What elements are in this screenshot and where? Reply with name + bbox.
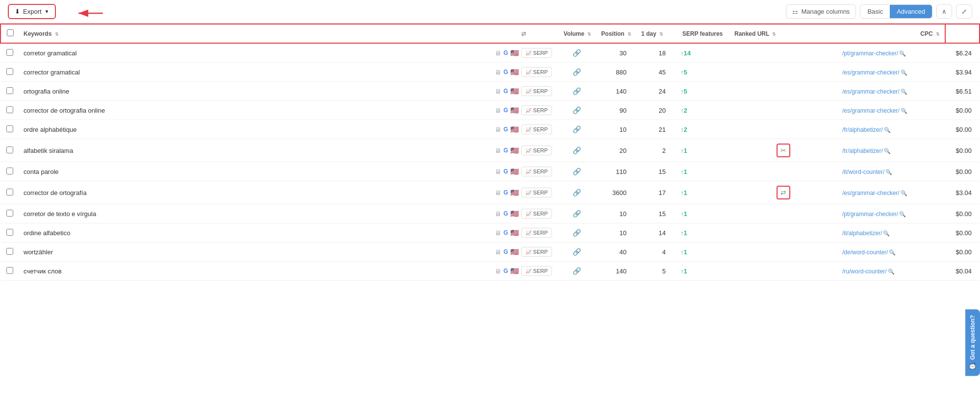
link-icon[interactable]: 🔗 bbox=[573, 210, 581, 218]
url-search-icon[interactable]: 🔍 bbox=[883, 230, 890, 236]
ranked-url-link[interactable]: /it/word-counter/ bbox=[842, 169, 884, 175]
url-search-icon[interactable]: 🔍 bbox=[885, 169, 892, 175]
row-checkbox[interactable] bbox=[6, 49, 13, 56]
google-icon[interactable]: G bbox=[503, 248, 508, 255]
ranked-url-link[interactable]: /pt/grammar-checker/ bbox=[842, 211, 898, 218]
serp-button[interactable]: 📈 SERP bbox=[521, 48, 552, 58]
serp-button[interactable]: 📈 SERP bbox=[521, 209, 552, 219]
ranked-url-link[interactable]: /de/word-counter/ bbox=[842, 249, 888, 256]
ranked-url-link[interactable]: /es/grammar-checker/ bbox=[842, 69, 900, 76]
serp-scissors-icon[interactable]: ✂ bbox=[777, 144, 790, 157]
ranked-url-link[interactable]: /ru/word-counter/ bbox=[842, 268, 887, 275]
url-search-icon[interactable]: 🔍 bbox=[899, 50, 906, 56]
ranked-url-link[interactable]: /es/grammar-checker/ bbox=[842, 88, 900, 95]
select-all-checkbox[interactable] bbox=[7, 29, 14, 36]
serp-button[interactable]: 📈 SERP bbox=[521, 247, 552, 257]
header-cpc[interactable]: CPC ⇅ bbox=[837, 24, 945, 43]
row-checkbox[interactable] bbox=[6, 106, 13, 113]
google-icon[interactable]: G bbox=[503, 210, 508, 217]
expand-button[interactable]: ⤢ bbox=[956, 4, 972, 19]
serp-button[interactable]: 📈 SERP bbox=[521, 67, 552, 77]
manage-columns-button[interactable]: ⚏ Manage columns bbox=[786, 4, 856, 19]
serp-button[interactable]: 📈 SERP bbox=[521, 105, 552, 115]
row-checkbox[interactable] bbox=[6, 68, 13, 75]
google-icon[interactable]: G bbox=[503, 126, 508, 133]
monitor-icon[interactable]: 🖥 bbox=[495, 88, 501, 95]
monitor-icon[interactable]: 🖥 bbox=[495, 49, 501, 57]
link-icon[interactable]: 🔗 bbox=[573, 125, 581, 133]
row-checkbox[interactable] bbox=[6, 210, 13, 217]
serp-button[interactable]: 📈 SERP bbox=[521, 266, 552, 276]
row-checkbox[interactable] bbox=[6, 168, 13, 174]
serp-label: SERP bbox=[533, 50, 548, 56]
google-icon[interactable]: G bbox=[503, 229, 508, 236]
ranked-url-link[interactable]: /fr/alphabetizer/ bbox=[842, 126, 883, 133]
link-icon[interactable]: 🔗 bbox=[573, 168, 581, 175]
monitor-icon[interactable]: 🖥 bbox=[495, 248, 501, 256]
url-search-icon[interactable]: 🔍 bbox=[901, 89, 907, 95]
header-volume[interactable]: Volume ⇅ bbox=[557, 24, 596, 43]
link-icon[interactable]: 🔗 bbox=[573, 87, 581, 95]
ranked-url-link[interactable]: /es/grammar-checker/ bbox=[842, 107, 900, 114]
monitor-icon[interactable]: 🖥 bbox=[495, 229, 501, 237]
header-keywords[interactable]: Keywords ⇅ bbox=[19, 24, 490, 43]
header-ranked-url[interactable]: Ranked URL ⇅ bbox=[729, 24, 837, 43]
row-checkbox[interactable] bbox=[6, 229, 13, 236]
monitor-icon[interactable]: 🖥 bbox=[495, 126, 501, 133]
ranked-url-link[interactable]: /it/alphabetizer/ bbox=[842, 230, 882, 237]
url-search-icon[interactable]: 🔍 bbox=[901, 190, 907, 196]
google-icon[interactable]: G bbox=[503, 69, 508, 75]
header-1day[interactable]: 1 day ⇅ bbox=[636, 24, 676, 43]
google-icon[interactable]: G bbox=[503, 268, 508, 274]
link-icon[interactable]: 🔗 bbox=[573, 68, 581, 76]
serp-button[interactable]: 📈 SERP bbox=[521, 167, 552, 176]
serp-button[interactable]: 📈 SERP bbox=[521, 188, 552, 197]
url-search-icon[interactable]: 🔍 bbox=[901, 70, 907, 75]
row-checkbox[interactable] bbox=[6, 146, 13, 153]
export-button[interactable]: ⬇ Export ▼ bbox=[8, 4, 56, 19]
basic-view-button[interactable]: Basic bbox=[860, 5, 890, 18]
monitor-icon[interactable]: 🖥 bbox=[495, 189, 501, 196]
monitor-icon[interactable]: 🖥 bbox=[495, 168, 501, 175]
monitor-icon[interactable]: 🖥 bbox=[495, 107, 501, 114]
collapse-button[interactable]: ∧ bbox=[936, 4, 952, 19]
row-checkbox[interactable] bbox=[6, 87, 13, 94]
google-icon[interactable]: G bbox=[503, 49, 508, 56]
monitor-icon[interactable]: 🖥 bbox=[495, 268, 501, 275]
url-search-icon[interactable]: 🔍 bbox=[888, 269, 895, 274]
link-icon[interactable]: 🔗 bbox=[573, 189, 581, 196]
monitor-icon[interactable]: 🖥 bbox=[495, 210, 501, 218]
serp-arrows-icon[interactable]: ⇄ bbox=[777, 186, 790, 199]
row-checkbox[interactable] bbox=[6, 248, 13, 255]
serp-button[interactable]: 📈 SERP bbox=[521, 124, 552, 134]
ranked-url-link[interactable]: /pt/grammar-checker/ bbox=[842, 50, 898, 57]
serp-button[interactable]: 📈 SERP bbox=[521, 146, 552, 155]
monitor-icon[interactable]: 🖥 bbox=[495, 69, 501, 76]
url-search-icon[interactable]: 🔍 bbox=[884, 127, 891, 133]
link-icon[interactable]: 🔗 bbox=[573, 146, 581, 154]
link-icon[interactable]: 🔗 bbox=[573, 267, 581, 275]
url-search-icon[interactable]: 🔍 bbox=[901, 108, 907, 114]
monitor-icon[interactable]: 🖥 bbox=[495, 147, 501, 154]
google-icon[interactable]: G bbox=[503, 168, 508, 175]
link-icon[interactable]: 🔗 bbox=[573, 106, 581, 114]
header-position[interactable]: Position ⇅ bbox=[596, 24, 636, 43]
row-checkbox[interactable] bbox=[6, 267, 13, 274]
link-icon[interactable]: 🔗 bbox=[573, 49, 581, 57]
google-icon[interactable]: G bbox=[503, 189, 508, 196]
link-icon[interactable]: 🔗 bbox=[573, 248, 581, 256]
google-icon[interactable]: G bbox=[503, 107, 508, 114]
row-checkbox[interactable] bbox=[6, 189, 13, 195]
google-icon[interactable]: G bbox=[503, 147, 508, 154]
serp-button[interactable]: 📈 SERP bbox=[521, 228, 552, 238]
row-checkbox[interactable] bbox=[6, 125, 13, 132]
ranked-url-link[interactable]: /es/grammar-checker/ bbox=[842, 190, 900, 196]
url-search-icon[interactable]: 🔍 bbox=[884, 148, 891, 154]
serp-button[interactable]: 📈 SERP bbox=[521, 86, 552, 96]
ranked-url-link[interactable]: /tr/alphabetizer/ bbox=[842, 147, 883, 154]
advanced-view-button[interactable]: Advanced bbox=[890, 5, 932, 18]
google-icon[interactable]: G bbox=[503, 88, 508, 95]
url-search-icon[interactable]: 🔍 bbox=[899, 211, 906, 217]
link-icon[interactable]: 🔗 bbox=[573, 229, 581, 237]
url-search-icon[interactable]: 🔍 bbox=[889, 249, 896, 255]
